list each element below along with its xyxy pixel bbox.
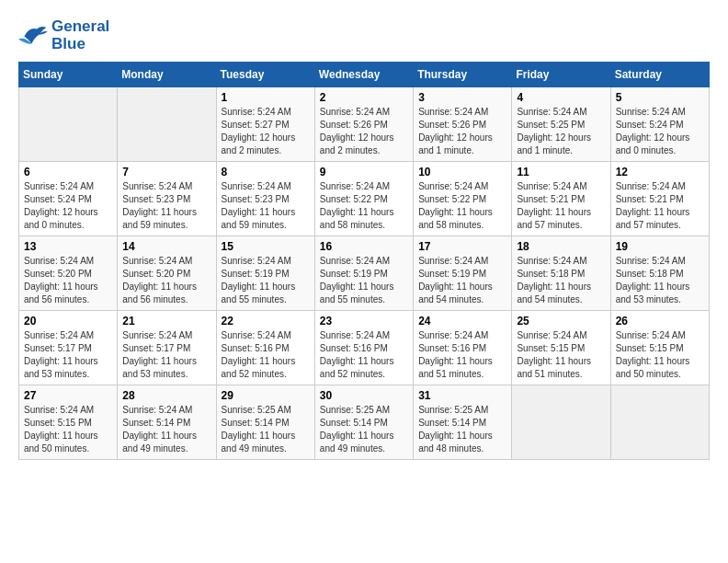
day-number: 16 xyxy=(320,240,408,253)
calendar-cell: 13Sunrise: 5:24 AM Sunset: 5:20 PM Dayli… xyxy=(19,236,118,311)
calendar-cell: 10Sunrise: 5:24 AM Sunset: 5:22 PM Dayli… xyxy=(414,162,512,236)
calendar-cell: 5Sunrise: 5:24 AM Sunset: 5:24 PM Daylig… xyxy=(610,87,709,162)
day-info: Sunrise: 5:24 AM Sunset: 5:15 PM Dayligh… xyxy=(517,329,605,381)
weekday-header-saturday: Saturday xyxy=(610,63,709,87)
calendar-cell: 25Sunrise: 5:24 AM Sunset: 5:15 PM Dayli… xyxy=(512,311,610,385)
day-number: 4 xyxy=(517,91,605,104)
calendar-week-row: 13Sunrise: 5:24 AM Sunset: 5:20 PM Dayli… xyxy=(19,236,710,311)
weekday-header-friday: Friday xyxy=(512,63,610,87)
day-number: 11 xyxy=(517,166,605,178)
calendar-cell xyxy=(118,87,216,162)
day-info: Sunrise: 5:24 AM Sunset: 5:23 PM Dayligh… xyxy=(222,180,310,232)
day-info: Sunrise: 5:24 AM Sunset: 5:15 PM Dayligh… xyxy=(616,329,704,381)
weekday-header-wednesday: Wednesday xyxy=(314,63,413,87)
calendar-table: SundayMondayTuesdayWednesdayThursdayFrid… xyxy=(18,62,710,460)
calendar-cell: 30Sunrise: 5:25 AM Sunset: 5:14 PM Dayli… xyxy=(314,385,413,460)
day-info: Sunrise: 5:24 AM Sunset: 5:22 PM Dayligh… xyxy=(320,180,408,232)
day-info: Sunrise: 5:24 AM Sunset: 5:18 PM Dayligh… xyxy=(517,255,605,306)
calendar-cell: 7Sunrise: 5:24 AM Sunset: 5:23 PM Daylig… xyxy=(118,162,216,236)
day-info: Sunrise: 5:24 AM Sunset: 5:19 PM Dayligh… xyxy=(320,255,408,306)
calendar-cell: 19Sunrise: 5:24 AM Sunset: 5:18 PM Dayli… xyxy=(610,236,709,311)
day-number: 26 xyxy=(616,315,704,327)
day-number: 21 xyxy=(122,315,210,327)
calendar-cell: 12Sunrise: 5:24 AM Sunset: 5:21 PM Dayli… xyxy=(610,162,709,236)
calendar-cell: 4Sunrise: 5:24 AM Sunset: 5:25 PM Daylig… xyxy=(512,87,610,162)
day-info: Sunrise: 5:24 AM Sunset: 5:15 PM Dayligh… xyxy=(24,404,112,455)
calendar-header: SundayMondayTuesdayWednesdayThursdayFrid… xyxy=(19,63,710,87)
day-info: Sunrise: 5:24 AM Sunset: 5:17 PM Dayligh… xyxy=(122,329,210,381)
calendar-week-row: 1Sunrise: 5:24 AM Sunset: 5:27 PM Daylig… xyxy=(19,87,710,162)
day-info: Sunrise: 5:24 AM Sunset: 5:22 PM Dayligh… xyxy=(418,180,506,232)
day-number: 10 xyxy=(418,166,506,178)
calendar-cell xyxy=(19,87,118,162)
calendar-cell: 6Sunrise: 5:24 AM Sunset: 5:24 PM Daylig… xyxy=(19,162,118,236)
day-number: 22 xyxy=(222,315,310,327)
day-info: Sunrise: 5:24 AM Sunset: 5:16 PM Dayligh… xyxy=(418,329,506,381)
day-info: Sunrise: 5:24 AM Sunset: 5:16 PM Dayligh… xyxy=(222,329,310,381)
calendar-cell: 27Sunrise: 5:24 AM Sunset: 5:15 PM Dayli… xyxy=(19,385,118,460)
day-number: 19 xyxy=(616,240,704,253)
weekday-header-row: SundayMondayTuesdayWednesdayThursdayFrid… xyxy=(19,63,710,87)
calendar-cell: 22Sunrise: 5:24 AM Sunset: 5:16 PM Dayli… xyxy=(216,311,314,385)
day-number: 30 xyxy=(320,389,408,402)
day-info: Sunrise: 5:24 AM Sunset: 5:21 PM Dayligh… xyxy=(517,180,605,232)
day-number: 8 xyxy=(222,166,310,178)
weekday-header-tuesday: Tuesday xyxy=(216,63,314,87)
weekday-header-thursday: Thursday xyxy=(414,63,512,87)
calendar-cell: 15Sunrise: 5:24 AM Sunset: 5:19 PM Dayli… xyxy=(216,236,314,311)
day-number: 18 xyxy=(517,240,605,253)
day-number: 29 xyxy=(222,389,310,402)
day-number: 24 xyxy=(418,315,506,327)
day-number: 3 xyxy=(418,91,506,104)
calendar-cell: 24Sunrise: 5:24 AM Sunset: 5:16 PM Dayli… xyxy=(414,311,512,385)
calendar-cell: 18Sunrise: 5:24 AM Sunset: 5:18 PM Dayli… xyxy=(512,236,610,311)
calendar-cell: 1Sunrise: 5:24 AM Sunset: 5:27 PM Daylig… xyxy=(216,87,314,162)
day-number: 14 xyxy=(122,240,210,253)
day-number: 23 xyxy=(320,315,408,327)
calendar-cell: 23Sunrise: 5:24 AM Sunset: 5:16 PM Dayli… xyxy=(314,311,413,385)
day-number: 9 xyxy=(320,166,408,178)
day-number: 27 xyxy=(24,389,112,402)
calendar-week-row: 27Sunrise: 5:24 AM Sunset: 5:15 PM Dayli… xyxy=(19,385,710,460)
day-number: 17 xyxy=(418,240,506,253)
calendar-cell: 8Sunrise: 5:24 AM Sunset: 5:23 PM Daylig… xyxy=(216,162,314,236)
day-info: Sunrise: 5:24 AM Sunset: 5:17 PM Dayligh… xyxy=(24,329,112,381)
day-info: Sunrise: 5:24 AM Sunset: 5:20 PM Dayligh… xyxy=(122,255,210,306)
calendar-cell: 31Sunrise: 5:25 AM Sunset: 5:14 PM Dayli… xyxy=(414,385,512,460)
day-info: Sunrise: 5:25 AM Sunset: 5:14 PM Dayligh… xyxy=(222,404,310,455)
day-info: Sunrise: 5:24 AM Sunset: 5:25 PM Dayligh… xyxy=(517,106,605,157)
day-info: Sunrise: 5:24 AM Sunset: 5:24 PM Dayligh… xyxy=(24,180,112,232)
calendar-cell: 29Sunrise: 5:25 AM Sunset: 5:14 PM Dayli… xyxy=(216,385,314,460)
day-number: 6 xyxy=(24,166,112,178)
day-info: Sunrise: 5:24 AM Sunset: 5:23 PM Dayligh… xyxy=(122,180,210,232)
day-number: 28 xyxy=(122,389,210,402)
calendar-cell xyxy=(512,385,610,460)
calendar-cell: 11Sunrise: 5:24 AM Sunset: 5:21 PM Dayli… xyxy=(512,162,610,236)
page-header: General Blue xyxy=(18,18,710,52)
calendar-week-row: 20Sunrise: 5:24 AM Sunset: 5:17 PM Dayli… xyxy=(19,311,710,385)
day-number: 1 xyxy=(222,91,310,104)
logo: General Blue xyxy=(18,18,109,52)
logo-bird-icon xyxy=(18,23,48,49)
day-number: 13 xyxy=(24,240,112,253)
calendar-cell: 21Sunrise: 5:24 AM Sunset: 5:17 PM Dayli… xyxy=(118,311,216,385)
day-info: Sunrise: 5:24 AM Sunset: 5:24 PM Dayligh… xyxy=(616,106,704,157)
calendar-cell: 16Sunrise: 5:24 AM Sunset: 5:19 PM Dayli… xyxy=(314,236,413,311)
day-info: Sunrise: 5:24 AM Sunset: 5:18 PM Dayligh… xyxy=(616,255,704,306)
day-number: 7 xyxy=(122,166,210,178)
calendar-body: 1Sunrise: 5:24 AM Sunset: 5:27 PM Daylig… xyxy=(19,87,710,460)
day-info: Sunrise: 5:24 AM Sunset: 5:26 PM Dayligh… xyxy=(320,106,408,157)
calendar-cell: 17Sunrise: 5:24 AM Sunset: 5:19 PM Dayli… xyxy=(414,236,512,311)
day-info: Sunrise: 5:24 AM Sunset: 5:16 PM Dayligh… xyxy=(320,329,408,381)
weekday-header-sunday: Sunday xyxy=(19,63,118,87)
day-info: Sunrise: 5:24 AM Sunset: 5:27 PM Dayligh… xyxy=(222,106,310,157)
day-number: 2 xyxy=(320,91,408,104)
calendar-cell: 9Sunrise: 5:24 AM Sunset: 5:22 PM Daylig… xyxy=(314,162,413,236)
day-info: Sunrise: 5:24 AM Sunset: 5:21 PM Dayligh… xyxy=(616,180,704,232)
calendar-cell: 3Sunrise: 5:24 AM Sunset: 5:26 PM Daylig… xyxy=(414,87,512,162)
day-number: 12 xyxy=(616,166,704,178)
day-info: Sunrise: 5:25 AM Sunset: 5:14 PM Dayligh… xyxy=(418,404,506,455)
day-number: 25 xyxy=(517,315,605,327)
day-info: Sunrise: 5:24 AM Sunset: 5:20 PM Dayligh… xyxy=(24,255,112,306)
day-number: 5 xyxy=(616,91,704,104)
